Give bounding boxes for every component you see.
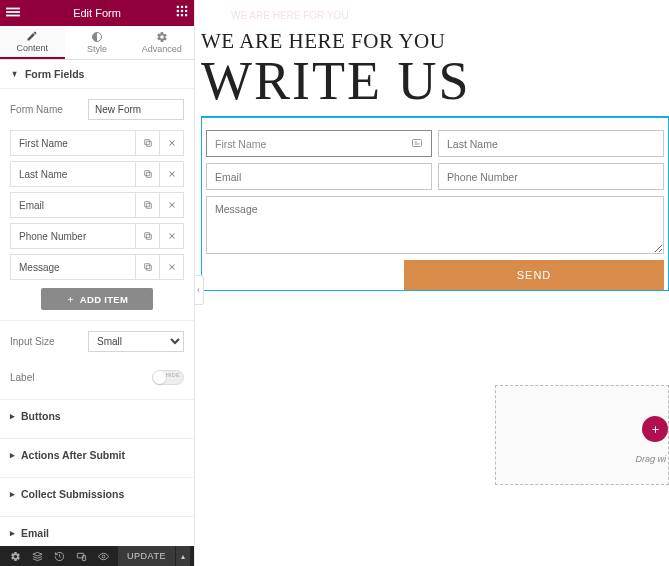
field-item: Message (10, 254, 184, 280)
svg-rect-3 (177, 6, 179, 8)
email-field[interactable] (206, 163, 432, 190)
chevron-down-icon: ▼ (11, 69, 18, 79)
history-icon[interactable] (48, 546, 70, 566)
chevron-right-icon: ▸ (10, 489, 15, 499)
tab-content[interactable]: Content (0, 26, 65, 59)
remove-button[interactable] (159, 255, 183, 279)
first-name-field[interactable]: First Name (206, 130, 432, 157)
settings-icon[interactable] (4, 546, 26, 566)
toggle-knob (153, 371, 166, 384)
last-name-field[interactable] (438, 130, 664, 157)
svg-rect-11 (185, 14, 187, 16)
field-list: First Name Last Name Email (10, 130, 184, 280)
svg-rect-5 (185, 6, 187, 8)
remove-button[interactable] (159, 193, 183, 217)
svg-rect-36 (413, 139, 422, 146)
chevron-right-icon: ▸ (10, 528, 15, 538)
label-toggle[interactable]: HIDE (152, 370, 184, 385)
section-collect-submissions[interactable]: ▸ Collect Submissions (0, 477, 194, 510)
apps-icon[interactable] (176, 5, 188, 17)
preview-icon[interactable] (92, 546, 114, 566)
svg-rect-8 (185, 10, 187, 12)
faint-heading: WE ARE HERE FOR YOU (201, 10, 669, 21)
menu-icon[interactable] (6, 5, 20, 19)
section-buttons[interactable]: ▸ Buttons (0, 399, 194, 432)
update-button[interactable]: UPDATE (118, 546, 175, 566)
field-item-label[interactable]: Phone Number (11, 224, 135, 248)
duplicate-button[interactable] (135, 193, 159, 217)
form-name-input[interactable] (88, 99, 184, 120)
remove-button[interactable] (159, 162, 183, 186)
svg-rect-7 (181, 10, 183, 12)
svg-rect-29 (146, 265, 151, 270)
svg-rect-17 (146, 172, 151, 177)
field-item: Email (10, 192, 184, 218)
panel-body: ▼ Form Fields Form Name First Name (0, 60, 194, 546)
duplicate-button[interactable] (135, 224, 159, 248)
field-item-label[interactable]: Last Name (11, 162, 135, 186)
svg-rect-26 (144, 233, 149, 238)
tab-style[interactable]: Style (65, 26, 130, 59)
svg-rect-6 (177, 10, 179, 12)
label-toggle-label: Label (10, 372, 34, 383)
svg-rect-0 (6, 8, 20, 10)
duplicate-button[interactable] (135, 255, 159, 279)
remove-button[interactable] (159, 131, 183, 155)
message-field[interactable] (206, 196, 664, 254)
svg-rect-13 (146, 141, 151, 146)
duplicate-button[interactable] (135, 131, 159, 155)
svg-rect-18 (144, 171, 149, 176)
panel-title: Edit Form (73, 7, 121, 19)
form-name-label: Form Name (10, 104, 88, 115)
heading: WRITE US (201, 54, 669, 108)
svg-rect-14 (144, 140, 149, 145)
field-item: Phone Number (10, 223, 184, 249)
update-caret[interactable]: ▴ (176, 546, 190, 566)
panel-collapse-handle[interactable]: ‹ (195, 275, 204, 305)
editor-panel: Edit Form Content Style Advanced ▼ Form (0, 0, 195, 566)
svg-rect-1 (6, 11, 20, 13)
canvas: ‹ WE ARE HERE FOR YOU WE ARE HERE FOR YO… (195, 0, 669, 566)
svg-rect-30 (144, 264, 149, 269)
section-actions-after-submit[interactable]: ▸ Actions After Submit (0, 438, 194, 471)
drag-hint: Drag wi (635, 454, 666, 464)
duplicate-button[interactable] (135, 162, 159, 186)
panel-header: Edit Form (0, 0, 194, 26)
svg-rect-10 (181, 14, 183, 16)
phone-field[interactable] (438, 163, 664, 190)
svg-rect-25 (146, 234, 151, 239)
panel-tabs: Content Style Advanced (0, 26, 194, 60)
autofill-icon (411, 137, 423, 151)
add-item-button[interactable]: ADD ITEM (41, 288, 153, 310)
svg-rect-4 (181, 6, 183, 8)
section-email[interactable]: ▸ Email (0, 516, 194, 546)
bottom-bar: UPDATE ▴ (0, 546, 194, 566)
field-item: Last Name (10, 161, 184, 187)
navigator-icon[interactable] (26, 546, 48, 566)
svg-point-35 (102, 555, 105, 558)
drop-zone[interactable]: Drag wi (495, 385, 669, 485)
send-button[interactable]: SEND (404, 260, 664, 290)
section-form-fields[interactable]: ▼ Form Fields (0, 60, 194, 89)
svg-rect-22 (144, 202, 149, 207)
field-item-label[interactable]: First Name (11, 131, 135, 155)
form-widget[interactable]: First Name SEND (201, 116, 669, 291)
field-item-label[interactable]: Email (11, 193, 135, 217)
svg-rect-2 (6, 15, 20, 17)
field-item-label[interactable]: Message (11, 255, 135, 279)
add-section-button[interactable] (642, 416, 668, 442)
svg-rect-21 (146, 203, 151, 208)
input-size-select[interactable]: Small (88, 331, 184, 352)
field-item: First Name (10, 130, 184, 156)
chevron-right-icon: ▸ (10, 450, 15, 460)
responsive-icon[interactable] (70, 546, 92, 566)
chevron-right-icon: ▸ (10, 411, 15, 421)
tab-advanced[interactable]: Advanced (129, 26, 194, 59)
input-size-label: Input Size (10, 336, 88, 347)
remove-button[interactable] (159, 224, 183, 248)
svg-rect-9 (177, 14, 179, 16)
